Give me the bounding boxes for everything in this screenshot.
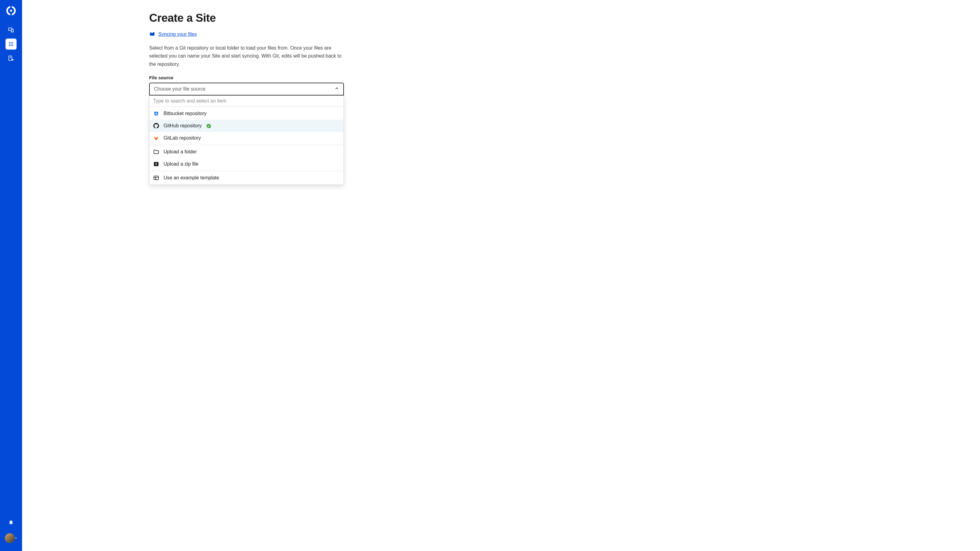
svg-rect-2: [10, 5, 12, 8]
option-label: Upload a zip file: [164, 161, 199, 167]
book-icon: [149, 31, 155, 37]
option-gitlab[interactable]: GitLab repository: [150, 132, 344, 144]
svg-point-15: [12, 45, 13, 46]
option-upload-zip[interactable]: Upload a zip file: [150, 158, 344, 170]
svg-point-9: [12, 42, 13, 43]
svg-point-19: [12, 59, 13, 60]
sidebar-item-organization[interactable]: [5, 52, 16, 64]
github-icon: [153, 123, 159, 129]
option-upload-folder[interactable]: Upload a folder: [150, 146, 344, 158]
user-menu[interactable]: [5, 533, 17, 543]
file-source-dropdown: Bitbucket repository GitHub repository: [149, 95, 344, 185]
folder-icon: [153, 149, 159, 155]
option-github[interactable]: GitHub repository: [150, 120, 344, 132]
svg-point-14: [10, 45, 11, 46]
sidebar-item-projects[interactable]: [5, 24, 16, 35]
syncing-files-link-label: Syncing your files: [158, 32, 197, 37]
option-label: Upload a folder: [164, 149, 197, 155]
svg-rect-21: [153, 32, 154, 34]
svg-point-11: [10, 43, 11, 44]
chevron-up-icon: [335, 86, 339, 92]
verified-check-icon: [206, 123, 211, 129]
file-source-label: File source: [149, 75, 344, 80]
dropdown-search: [150, 95, 344, 107]
svg-point-10: [9, 43, 10, 44]
file-source-select: Choose your file source B: [149, 83, 344, 185]
bitbucket-icon: [153, 111, 159, 117]
svg-point-8: [10, 42, 11, 43]
archive-upload-icon: [153, 161, 159, 167]
syncing-files-link[interactable]: Syncing your files: [149, 31, 197, 37]
option-bitbucket[interactable]: Bitbucket repository: [150, 108, 344, 120]
option-label: GitHub repository: [164, 123, 202, 129]
brand-logo: [6, 5, 16, 16]
svg-rect-5: [11, 29, 13, 32]
grid-icon: [8, 41, 14, 47]
sidebar-item-apps[interactable]: [5, 38, 16, 49]
chevron-right-icon: [15, 537, 17, 539]
svg-rect-23: [154, 176, 159, 180]
svg-point-12: [12, 43, 13, 44]
bell-icon: [8, 520, 14, 526]
avatar: [5, 533, 15, 543]
gitlab-icon: [153, 135, 159, 141]
building-gear-icon: [8, 55, 14, 61]
svg-point-1: [10, 10, 12, 12]
select-placeholder: Choose your file source: [154, 86, 205, 92]
option-label: GitLab repository: [164, 135, 201, 141]
svg-point-13: [9, 45, 10, 46]
page-description: Select from a Git repository or local fo…: [149, 44, 344, 68]
svg-rect-3: [10, 13, 12, 16]
option-example-template[interactable]: Use an example template: [150, 172, 344, 184]
sidebar: [0, 0, 22, 551]
option-label: Use an example template: [164, 175, 219, 181]
page-title: Create a Site: [149, 12, 344, 24]
template-icon: [153, 175, 159, 181]
option-label: Bitbucket repository: [164, 111, 207, 116]
devices-icon: [8, 27, 14, 33]
main-content: Create a Site Syncing your files Select …: [22, 0, 980, 551]
file-source-select-button[interactable]: Choose your file source: [149, 83, 344, 95]
svg-point-7: [9, 42, 10, 43]
dropdown-search-input[interactable]: [153, 98, 340, 104]
notifications-button[interactable]: [5, 517, 16, 528]
